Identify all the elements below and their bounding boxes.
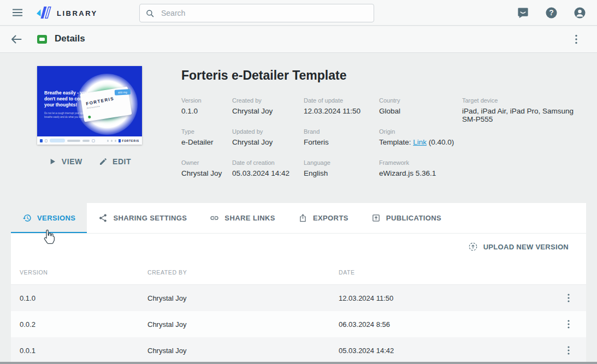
cell-created-by: Chrystal Joy bbox=[147, 347, 339, 355]
cell-version: 0.0.2 bbox=[20, 320, 147, 329]
cell-created-by: Chrystal Joy bbox=[147, 294, 339, 302]
origin-link[interactable]: Link bbox=[413, 138, 427, 146]
cell-date: 05.03.2024 14:42 bbox=[339, 347, 558, 355]
svg-text:?: ? bbox=[549, 8, 553, 17]
asset-thumbnail[interactable]: FORTERIS Antitussive 400 mg Breathe easi… bbox=[37, 66, 142, 145]
column-date: DATE bbox=[339, 269, 558, 276]
back-button[interactable] bbox=[10, 33, 23, 46]
asset-metadata: Version 0.1.0 Created by Chrystal Joy Da… bbox=[181, 97, 588, 190]
window-edge bbox=[0, 362, 597, 364]
tab-exports-label: EXPORTS bbox=[313, 214, 348, 222]
page-title: Details bbox=[55, 33, 85, 44]
upload-new-version-label: UPLOAD NEW VERSION bbox=[483, 243, 569, 251]
meta-owner: Owner Chrystal Joy bbox=[181, 159, 232, 190]
table-row[interactable]: 0.0.2 Chrystal Joy 06.03.2024 8:56 bbox=[11, 311, 586, 337]
meta-country: Country Global bbox=[379, 97, 462, 128]
export-icon bbox=[298, 213, 308, 223]
history-icon bbox=[22, 213, 32, 223]
meta-target-device: Target device iPad, iPad Air, iPad Pro, … bbox=[462, 97, 588, 128]
view-button[interactable]: VIEW bbox=[48, 154, 82, 169]
thumbnail-dose-tag: 400 mg bbox=[115, 89, 131, 95]
thumbnail-navbar: FORTERIS bbox=[37, 136, 142, 145]
tab-sharing-settings-label: SHARING SETTINGS bbox=[113, 214, 187, 222]
tab-publications-label: PUBLICATIONS bbox=[386, 214, 441, 222]
tab-versions[interactable]: VERSIONS bbox=[11, 203, 87, 233]
help-icon[interactable]: ? bbox=[545, 7, 558, 19]
account-icon[interactable] bbox=[574, 7, 586, 19]
table-row[interactable]: 0.1.0 Chrystal Joy 12.03.2024 11:50 bbox=[11, 285, 586, 311]
details-bar: Details bbox=[0, 26, 597, 53]
tab-share-links-label: SHARE LINKS bbox=[224, 214, 275, 222]
search-input[interactable] bbox=[161, 9, 368, 17]
upload-icon bbox=[468, 242, 478, 252]
upload-new-version-button[interactable]: UPLOAD NEW VERSION bbox=[468, 242, 569, 252]
meta-date-of-update: Date of update 12.03.2024 11:50 bbox=[304, 97, 379, 128]
app-logo[interactable]: Library bbox=[36, 5, 98, 20]
share-icon bbox=[98, 213, 108, 223]
pencil-icon bbox=[99, 157, 108, 166]
table-row[interactable]: 0.0.1 Chrystal Joy 05.03.2024 14:42 bbox=[11, 337, 586, 363]
menu-icon[interactable] bbox=[11, 6, 24, 19]
cell-created-by: Chrystal Joy bbox=[147, 320, 339, 329]
thumbnail-headline: Breathe easily - you don't need to cough… bbox=[44, 90, 99, 108]
edit-button-label: EDIT bbox=[113, 157, 131, 166]
meta-origin: Origin Template: Link (0.40.0) bbox=[379, 128, 462, 159]
meta-brand: Brand Forteris bbox=[304, 128, 379, 159]
meta-date-of-creation: Date of creation 05.03.2024 14:42 bbox=[232, 159, 304, 190]
row-menu-button[interactable] bbox=[562, 344, 575, 357]
thumbnail-copy: Breathe easily - you don't need to cough… bbox=[44, 90, 99, 120]
cell-date: 06.03.2024 8:56 bbox=[339, 320, 558, 329]
thumbnail-subtext: Do not let a cough interrupt your speech… bbox=[44, 112, 94, 120]
versions-toolbar: UPLOAD NEW VERSION bbox=[11, 234, 586, 260]
meta-created-by: Created by Chrystal Joy bbox=[232, 97, 304, 128]
row-menu-button[interactable] bbox=[562, 318, 575, 331]
cell-version: 0.0.1 bbox=[20, 347, 147, 355]
versions-table-body: 0.1.0 Chrystal Joy 12.03.2024 11:50 0.0.… bbox=[11, 285, 586, 363]
thumbnail-home-icon bbox=[40, 139, 43, 142]
row-menu-button[interactable] bbox=[562, 291, 575, 305]
tab-versions-label: VERSIONS bbox=[37, 214, 75, 222]
logo-text: Library bbox=[57, 7, 98, 19]
publish-icon bbox=[371, 213, 381, 223]
meta-type: Type e-Detailer bbox=[181, 128, 232, 159]
cell-version: 0.1.0 bbox=[20, 294, 147, 302]
logo-icon bbox=[36, 5, 52, 20]
asset-title: Forteris e-Detailer Template bbox=[181, 68, 347, 83]
meta-updated-by: Updated by Chrystal Joy bbox=[232, 128, 304, 159]
content-type-icon bbox=[37, 35, 47, 44]
column-version: VERSION bbox=[20, 269, 147, 276]
column-created-by: CREATED BY bbox=[147, 269, 339, 276]
edit-button[interactable]: EDIT bbox=[99, 154, 131, 169]
play-icon bbox=[48, 157, 57, 166]
thumbnail-strip-logo: FORTERIS bbox=[119, 139, 139, 142]
view-button-label: VIEW bbox=[62, 157, 82, 166]
meta-language: Language English bbox=[304, 159, 379, 190]
search-icon bbox=[145, 9, 155, 18]
tab-share-links[interactable]: SHARE LINKS bbox=[198, 203, 287, 233]
versions-table-header: VERSION CREATED BY DATE bbox=[11, 260, 586, 285]
topbar-actions: ? bbox=[517, 0, 586, 26]
details-card: VERSIONS SHARING SETTINGS SHARE LINKS EX… bbox=[11, 203, 586, 364]
tab-exports[interactable]: EXPORTS bbox=[287, 203, 360, 233]
tab-bar: VERSIONS SHARING SETTINGS SHARE LINKS EX… bbox=[11, 203, 586, 234]
page-menu-button[interactable] bbox=[570, 33, 583, 46]
link-icon bbox=[210, 213, 219, 223]
messages-icon[interactable] bbox=[517, 7, 529, 19]
meta-version: Version 0.1.0 bbox=[181, 97, 232, 128]
meta-framework: Framework eWizard.js 5.36.1 bbox=[379, 159, 462, 190]
thumbnail-actions: VIEW EDIT bbox=[37, 154, 142, 169]
cell-date: 12.03.2024 11:50 bbox=[339, 294, 558, 302]
top-app-bar: Library ? bbox=[0, 0, 597, 26]
tab-sharing-settings[interactable]: SHARING SETTINGS bbox=[87, 203, 198, 233]
tab-publications[interactable]: PUBLICATIONS bbox=[360, 203, 453, 233]
search-box[interactable] bbox=[139, 4, 374, 22]
